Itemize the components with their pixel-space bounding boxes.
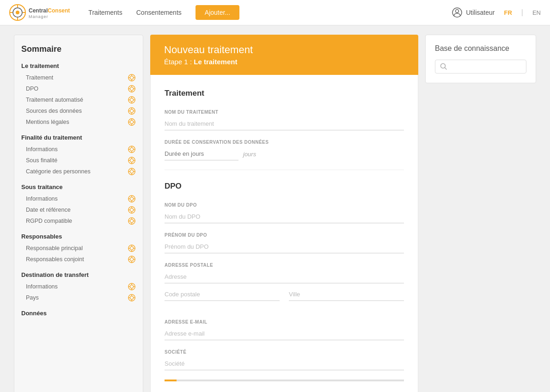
sidebar-item-traitement-automatise[interactable]: Traitement automatisé	[21, 94, 136, 105]
sidebar-item-traitement[interactable]: Traitement	[21, 72, 136, 83]
svg-point-82	[130, 257, 133, 261]
lang-fr[interactable]: FR	[504, 9, 512, 16]
sidebar-item-informations-finalite[interactable]: Informations	[21, 144, 136, 155]
nav-traitements[interactable]: Traitements	[88, 9, 122, 16]
societe-group: SOCIÉTÉ	[165, 349, 404, 370]
nom-traitement-group: NOM DU TRAITEMENT	[165, 110, 404, 130]
svg-point-28	[130, 109, 133, 112]
content-area: Nouveau traitement Étape 1 : Le traiteme…	[150, 35, 418, 392]
duree-label: DURÉE DE CONSERVATION DES DONNÉES	[165, 140, 404, 145]
traitement-section-title: Traitement	[165, 89, 404, 100]
svg-point-34	[130, 120, 133, 123]
gdpr-icon	[128, 156, 136, 165]
svg-point-40	[130, 147, 133, 151]
svg-point-22	[130, 98, 133, 101]
svg-point-8	[456, 10, 459, 13]
logo: CentralConsent Manager	[9, 4, 70, 21]
sidebar-item-responsable-principal[interactable]: Responsable principal	[21, 243, 136, 254]
gdpr-icon	[128, 74, 136, 82]
nom-dpo-label: NOM DU DPO	[165, 202, 404, 208]
sidebar-item-pays[interactable]: Pays	[21, 292, 136, 303]
svg-point-70	[130, 219, 133, 222]
svg-line-100	[445, 68, 447, 70]
code-postal-group	[165, 288, 280, 301]
nom-traitement-label: NOM DU TRAITEMENT	[165, 110, 404, 115]
form-card: Traitement NOM DU TRAITEMENT DURÉE DE CO…	[150, 75, 418, 392]
sidebar-section-finalite: Finalité du traitement	[21, 134, 136, 141]
right-panel: Base de connaissance	[425, 35, 536, 392]
divider-traitement-dpo	[165, 170, 404, 170]
lang-en[interactable]: EN	[532, 9, 541, 16]
sidebar-item-sources-donnees[interactable]: Sources des données	[21, 105, 136, 116]
adresse-postale-label: ADRESSE POSTALE	[165, 263, 404, 268]
sidebar-section-destination: Destination de transfert	[21, 271, 136, 278]
duree-group: DURÉE DE CONSERVATION DES DONNÉES jours	[165, 140, 404, 160]
prenom-dpo-group: PRÉNOM DU DPO	[165, 233, 404, 253]
nom-dpo-input[interactable]	[165, 210, 404, 223]
logo-text: CentralConsent Manager	[29, 6, 70, 19]
sidebar-item-categorie-personnes[interactable]: Catégorie des personnes	[21, 166, 136, 177]
sidebar-section-responsables: Responsables	[21, 233, 136, 240]
svg-point-58	[130, 197, 133, 200]
gdpr-icon	[128, 167, 136, 176]
duration-row: jours	[165, 147, 404, 160]
sidebar-section-donnees: Données	[21, 310, 136, 317]
sidebar-item-informations-dest[interactable]: Informations	[21, 281, 136, 292]
sidebar-section-le-traitement: Le traitement	[21, 62, 136, 69]
sidebar-item-responsables-conjoint[interactable]: Responsables conjoint	[21, 254, 136, 265]
sidebar-item-rgpd-compatible[interactable]: RGPD compatible	[21, 215, 136, 227]
gdpr-icon	[128, 217, 136, 225]
svg-point-2	[16, 11, 19, 14]
prenom-dpo-input[interactable]	[165, 240, 404, 253]
gdpr-icon	[128, 107, 136, 115]
sidebar-section-sous-traitance: Sous traitance	[21, 184, 136, 190]
search-box[interactable]	[435, 60, 526, 74]
gdpr-icon	[128, 244, 136, 252]
user-icon	[452, 7, 462, 18]
ajouter-button[interactable]: Ajouter...	[196, 5, 239, 20]
knowledge-box: Base de connaissance	[425, 35, 536, 83]
sidebar-title: Sommaire	[21, 44, 136, 54]
societe-input[interactable]	[165, 357, 404, 370]
main-nav: Traitements Consentements Ajouter...	[88, 5, 452, 20]
prenom-dpo-label: PRÉNOM DU DPO	[165, 233, 404, 238]
adresse-input[interactable]	[165, 270, 404, 283]
sidebar-item-sous-finalite[interactable]: Sous finalité	[21, 155, 136, 166]
gdpr-icon	[128, 195, 136, 203]
search-icon	[440, 63, 447, 70]
gdpr-icon	[128, 118, 136, 126]
svg-point-10	[130, 76, 133, 79]
adresse-email-group: ADRESSE E-MAIL	[165, 319, 404, 340]
svg-point-46	[130, 159, 133, 162]
svg-point-64	[130, 208, 133, 211]
knowledge-search-input[interactable]	[451, 63, 521, 70]
gdpr-icon	[128, 255, 136, 263]
main-container: Sommaire Le traitement Traitement DPO Tr…	[0, 25, 550, 392]
ville-input[interactable]	[289, 288, 404, 301]
sidebar-item-dpo[interactable]: DPO	[21, 83, 136, 94]
user-label: Utilisateur	[466, 9, 495, 16]
app-header: CentralConsent Manager Traitements Conse…	[0, 0, 550, 25]
sidebar: Sommaire Le traitement Traitement DPO Tr…	[14, 35, 143, 392]
sidebar-item-informations-sous[interactable]: Informations	[21, 193, 136, 204]
code-postal-input[interactable]	[165, 288, 280, 301]
gdpr-icon	[128, 145, 136, 153]
gdpr-icon	[128, 282, 136, 291]
duree-input[interactable]	[165, 147, 238, 160]
nom-dpo-group: NOM DU DPO	[165, 202, 404, 223]
gdpr-icon	[128, 206, 136, 214]
nav-consentements[interactable]: Consentements	[136, 9, 182, 16]
banner-title: Nouveau traitement	[164, 44, 404, 56]
progress-bar-fill	[165, 380, 177, 381]
sidebar-item-mentions-legales[interactable]: Mentions légales	[21, 116, 136, 128]
banner-subtitle: Étape 1 : Le traitement	[164, 58, 404, 66]
svg-point-76	[130, 246, 133, 250]
user-section[interactable]: Utilisateur	[452, 7, 495, 18]
adresse-postale-group: ADRESSE POSTALE	[165, 263, 404, 310]
gdpr-icon	[128, 96, 136, 104]
adresse-email-input[interactable]	[165, 327, 404, 340]
svg-point-94	[130, 296, 133, 299]
sidebar-item-date-reference[interactable]: Date et référence	[21, 204, 136, 215]
svg-point-88	[130, 285, 133, 288]
nom-traitement-input[interactable]	[165, 117, 404, 130]
